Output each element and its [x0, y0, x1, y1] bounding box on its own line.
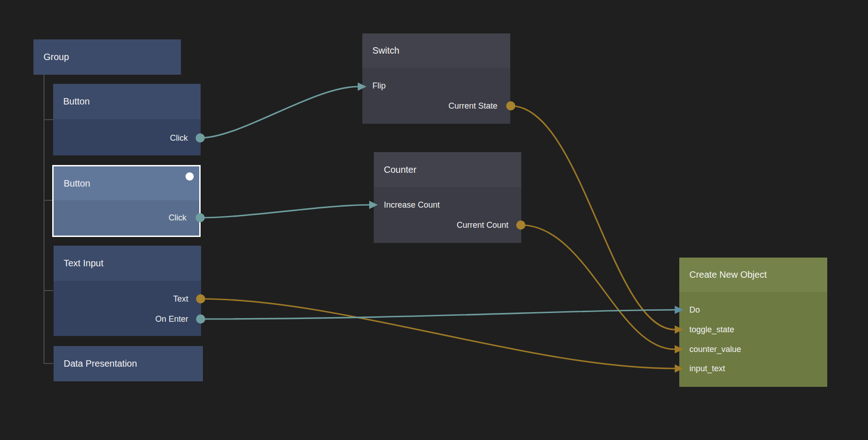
port-row-text[interactable]: Text — [54, 292, 201, 305]
node-title: Switch — [372, 45, 399, 56]
node-counter[interactable]: Counter Increase Count Current Count — [374, 152, 521, 243]
node-title: Text Input — [64, 258, 104, 269]
port-label: Flip — [372, 81, 386, 90]
port-label: Click — [170, 133, 188, 143]
node-switch[interactable]: Switch Flip Current State — [362, 33, 510, 124]
port-label: counter_value — [689, 345, 741, 354]
wire-on-enter-to-do[interactable] — [201, 310, 675, 319]
node-switch-body — [362, 68, 510, 124]
hierarchy-line-vertical — [44, 75, 44, 364]
node-group-header[interactable]: Group — [33, 39, 181, 75]
node-counter-header[interactable]: Counter — [374, 152, 521, 187]
port-row-toggle-state[interactable]: toggle_state — [679, 323, 827, 336]
node-data-presentation[interactable]: Data Presentation — [54, 346, 203, 381]
node-button-1[interactable]: Button Click — [53, 84, 201, 155]
wire-button1-click-to-flip[interactable] — [200, 87, 358, 138]
port-label: Text — [173, 294, 188, 303]
port-label: Click — [169, 213, 186, 222]
port-row-current-state[interactable]: Current State — [362, 99, 510, 112]
hierarchy-line-stub — [44, 119, 53, 120]
port-row-do[interactable]: Do — [679, 303, 827, 316]
node-data-presentation-header[interactable]: Data Presentation — [54, 346, 203, 381]
port-label: On Enter — [155, 314, 188, 324]
node-counter-body — [374, 187, 521, 243]
node-title: Button — [63, 96, 90, 107]
hierarchy-line-stub — [44, 363, 53, 364]
node-text-input[interactable]: Text Input Text On Enter — [54, 246, 201, 336]
port-label: Increase Count — [384, 200, 440, 209]
node-title: Create New Object — [689, 270, 767, 280]
wire-button2-click-to-increase-count[interactable] — [201, 205, 369, 218]
node-title: Counter — [384, 165, 416, 175]
port-label: input_text — [689, 364, 725, 373]
port-label: Current State — [448, 101, 497, 110]
port-row-on-enter[interactable]: On Enter — [54, 313, 201, 325]
port-row-increase-count[interactable]: Increase Count — [374, 198, 521, 211]
node-button-2[interactable]: Button Click — [52, 165, 201, 237]
port-row-flip[interactable]: Flip — [362, 79, 510, 92]
node-button-1-header[interactable]: Button — [53, 84, 201, 119]
port-label: Current Count — [457, 220, 508, 230]
hierarchy-line-stub — [44, 290, 53, 291]
port-row-click[interactable]: Click — [53, 132, 201, 144]
node-switch-header[interactable]: Switch — [362, 33, 510, 68]
wire-current-count-to-counter-value[interactable] — [521, 225, 675, 349]
node-title: Button — [64, 178, 90, 189]
node-title: Data Presentation — [64, 358, 137, 369]
port-label: Do — [689, 305, 700, 314]
hierarchy-line-stub — [44, 200, 53, 201]
wire-current-state-to-toggle-state[interactable] — [511, 106, 675, 330]
node-button-2-header[interactable]: Button — [54, 166, 199, 200]
port-label: toggle_state — [689, 325, 734, 334]
node-title: Group — [44, 52, 69, 62]
node-group[interactable]: Group — [33, 39, 181, 75]
node-create-new-object[interactable]: Create New Object Do toggle_state counte… — [679, 258, 827, 387]
port-row-current-count[interactable]: Current Count — [374, 219, 521, 231]
selection-indicator-dot — [186, 172, 194, 181]
port-row-click[interactable]: Click — [54, 211, 199, 224]
node-create-new-object-header[interactable]: Create New Object — [679, 258, 827, 292]
node-text-input-body — [54, 281, 201, 336]
port-row-input-text[interactable]: input_text — [679, 362, 827, 375]
wire-text-to-input-text[interactable] — [201, 299, 675, 368]
node-editor-canvas[interactable]: Group Button Click Button Click Text Inp… — [0, 0, 868, 440]
node-text-input-header[interactable]: Text Input — [54, 246, 201, 281]
port-row-counter-value[interactable]: counter_value — [679, 343, 827, 356]
